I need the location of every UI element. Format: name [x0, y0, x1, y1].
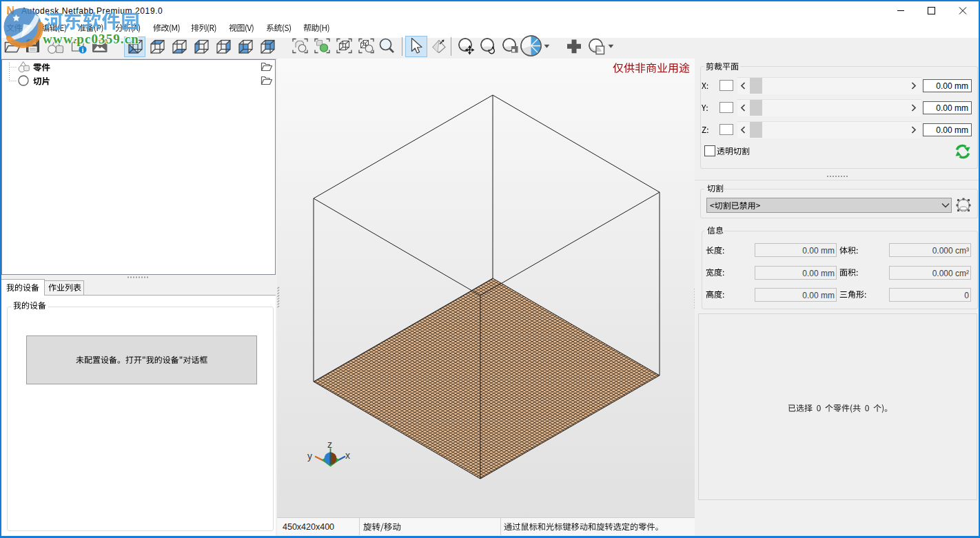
svg-text:i: i: [82, 46, 84, 54]
